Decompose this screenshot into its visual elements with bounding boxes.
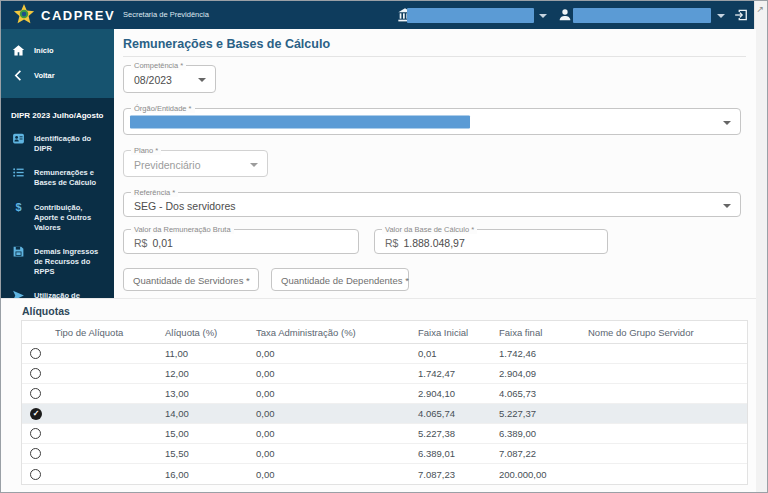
- radio-icon[interactable]: [30, 448, 41, 459]
- orgao-value-redacted: [130, 115, 470, 128]
- aliquota-table-row: 15,500,006.389,017.087,22: [22, 444, 747, 464]
- orgao-entidade-select[interactable]: Órgão/Entidade *: [123, 108, 741, 135]
- table-cell: 15,50: [158, 448, 249, 459]
- list-icon: [12, 166, 25, 179]
- aliquotas-table: Tipo de Alíquota Alíquota (%) Taxa Admin…: [21, 320, 748, 485]
- currency-prefix: R$: [134, 237, 147, 249]
- sidebar-item-label: Identificação do DIPR: [34, 132, 106, 154]
- field-label: Órgão/Entidade *: [131, 104, 195, 113]
- entity-select-redacted[interactable]: [407, 8, 534, 23]
- radio-cell: [22, 448, 48, 459]
- sidebar-item-contribuicao[interactable]: $ Contribuição, Aporte e Outros Valores: [1, 195, 114, 239]
- field-label: Quantidade de Servidores *: [133, 274, 250, 285]
- field-label: Valor da Base de Cálculo *: [382, 225, 477, 234]
- aliquota-table-row: ✓14,000,004.065,745.227,37: [22, 404, 747, 424]
- currency-amount: 1.888.048,97: [403, 237, 464, 249]
- currency-prefix: R$: [385, 237, 398, 249]
- chevron-down-icon: [723, 204, 731, 208]
- radio-icon[interactable]: [30, 348, 41, 359]
- table-cell: 2.904,10: [411, 388, 492, 399]
- chevron-down-icon: [717, 14, 725, 18]
- quantidade-dependentes-input[interactable]: Quantidade de Dependentes *: [271, 268, 409, 291]
- user-select-redacted[interactable]: [573, 8, 711, 23]
- save-icon: [12, 245, 25, 258]
- quantidade-servidores-input[interactable]: Quantidade de Servidores *: [123, 268, 259, 291]
- field-value: Previdenciário: [134, 159, 201, 171]
- column-header: Taxa Administração (%): [249, 327, 411, 338]
- table-cell: 5.227,37: [492, 408, 581, 419]
- radio-cell: [22, 368, 48, 379]
- chevron-down-icon: [250, 163, 258, 167]
- valor-remuneracao-bruta-input[interactable]: Valor da Remuneração Bruta R$0,01: [123, 229, 359, 254]
- table-cell: 0,00: [249, 469, 411, 480]
- table-cell: 0,00: [249, 448, 411, 459]
- aliquota-table-row: 16,000,007.087,23200.000,00: [22, 464, 747, 484]
- cadprev-window: CADPREV Secretaria de Previdência ↗: [0, 0, 768, 493]
- table-cell: 0,00: [249, 348, 411, 359]
- column-header: Faixa Inicial: [411, 327, 492, 338]
- plano-select[interactable]: Plano * Previdenciário: [123, 150, 268, 177]
- radio-icon[interactable]: [30, 469, 41, 480]
- table-cell: 0,00: [249, 368, 411, 379]
- radio-icon[interactable]: [30, 428, 41, 439]
- brazil-coat-of-arms-logo: [13, 4, 35, 26]
- field-label: Valor da Remuneração Bruta: [131, 225, 234, 234]
- app-subtitle: Secretaria de Previdência: [123, 10, 209, 19]
- sidebar-item-label: Voltar: [34, 69, 55, 81]
- valor-base-calculo-input[interactable]: Valor da Base de Cálculo * R$1.888.048,9…: [374, 229, 608, 254]
- column-header: Nome do Grupo Servidor: [581, 327, 747, 338]
- radio-icon[interactable]: [30, 368, 41, 379]
- sidebar-section-title: DIPR 2023 Julho/Agosto: [1, 104, 114, 126]
- aliquotas-section: Alíquotas Tipo de Alíquota Alíquota (%) …: [1, 298, 756, 493]
- table-cell: 4.065,73: [492, 388, 581, 399]
- table-cell: 5.227,38: [411, 428, 492, 439]
- mouse-cursor: ↗: [756, 4, 764, 14]
- table-cell: 0,00: [249, 388, 411, 399]
- table-cell: 6.389,00: [492, 428, 581, 439]
- sidebar-item-remuneracoes[interactable]: Remunerações e Bases de Cálculo: [1, 160, 114, 194]
- chevron-down-icon: [198, 78, 206, 82]
- sidebar-item-voltar[interactable]: Voltar: [1, 63, 114, 88]
- competencia-select[interactable]: Competência * 08/2023: [123, 65, 216, 93]
- divider: [123, 56, 746, 57]
- radio-icon[interactable]: [30, 388, 41, 399]
- table-cell: 14,00: [158, 408, 249, 419]
- field-label: Plano *: [131, 146, 161, 155]
- referencia-select[interactable]: Referência * SEG - Dos servidores: [123, 192, 741, 217]
- aliquota-table-row: 11,000,000,011.742,46: [22, 344, 747, 364]
- table-cell: 0,01: [411, 348, 492, 359]
- aliquotas-title: Alíquotas: [22, 305, 70, 317]
- table-cell: 0,00: [249, 408, 411, 419]
- table-cell: 7.087,22: [492, 448, 581, 459]
- aliquota-table-row: 13,000,002.904,104.065,73: [22, 384, 747, 404]
- user-icon: [557, 7, 573, 23]
- main-content: Remunerações e Bases de Cálculo Competên…: [114, 29, 756, 298]
- field-value: R$1.888.048,97: [385, 237, 465, 249]
- field-label: Referência *: [131, 188, 178, 197]
- chevron-left-icon: [12, 69, 25, 82]
- column-header: Tipo de Alíquota: [48, 327, 158, 338]
- logout-icon[interactable]: [734, 8, 748, 22]
- table-cell: 6.389,01: [411, 448, 492, 459]
- table-cell: 11,00: [158, 348, 249, 359]
- table-cell: 12,00: [158, 368, 249, 379]
- radio-cell: ✓: [22, 408, 48, 420]
- field-value: SEG - Dos servidores: [134, 200, 236, 212]
- home-icon: [12, 44, 25, 57]
- sidebar: Início Voltar DIPR 2023 Julho/Agosto: [1, 29, 114, 298]
- field-label: Competência *: [131, 61, 186, 70]
- aliquota-table-row: 15,000,005.227,386.389,00: [22, 424, 747, 444]
- sidebar-item-demais-ingressos[interactable]: Demais Ingressos de Recursos do RPPS: [1, 239, 114, 283]
- sidebar-item-label: Demais Ingressos de Recursos do RPPS: [34, 245, 106, 277]
- table-cell: 15,00: [158, 428, 249, 439]
- radio-selected-icon[interactable]: ✓: [30, 408, 42, 420]
- chevron-down-icon: [539, 14, 547, 18]
- brand-title: CADPREV: [41, 8, 115, 23]
- column-header: Faixa final: [492, 327, 581, 338]
- sidebar-item-label: Remunerações e Bases de Cálculo: [34, 166, 106, 188]
- sidebar-item-identificacao-dipr[interactable]: Identificação do DIPR: [1, 126, 114, 160]
- sidebar-item-inicio[interactable]: Início: [1, 38, 114, 63]
- dollar-icon: $: [12, 201, 25, 214]
- currency-amount: 0,01: [152, 237, 172, 249]
- aliquota-table-row: 12,000,001.742,472.904,09: [22, 364, 747, 384]
